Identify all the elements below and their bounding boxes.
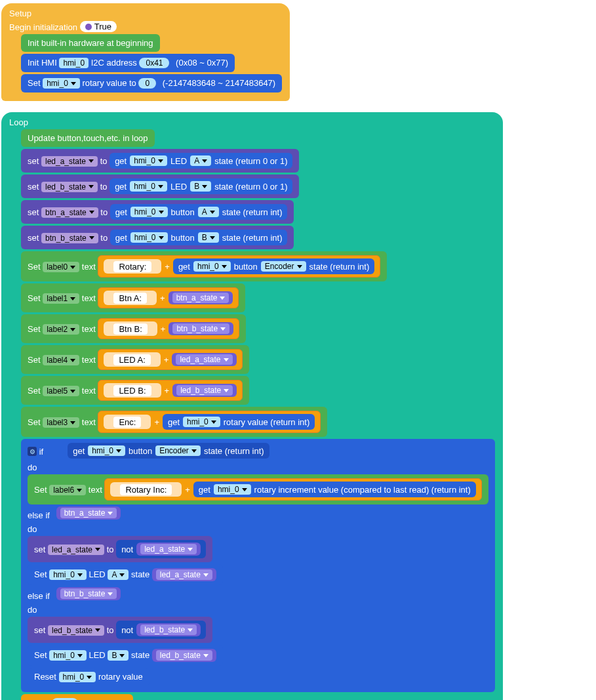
- init-hw-block[interactable]: Init built-in hardware at beginning: [21, 34, 160, 52]
- gear-icon[interactable]: [28, 447, 37, 456]
- set-label-block[interactable]: Set label1 text “Btn A:” + btn_a_state: [21, 283, 245, 312]
- hmi-dropdown[interactable]: hmi_0: [43, 78, 80, 89]
- set-label-block[interactable]: Set label0 text “Rotary:” + get hmi_0 bu…: [21, 251, 387, 281]
- set-label-block[interactable]: Set label3 text “Enc:” + get hmi_0 rotar…: [21, 407, 327, 437]
- hmi-dropdown[interactable]: hmi_0: [59, 58, 89, 68]
- loop-title: Loop: [9, 117, 28, 127]
- sleep-block[interactable]: Sleep 200 milliseconds: [21, 694, 133, 700]
- init-hmi-block[interactable]: Init HMI hmi_0 I2C address 0x41 (0x08 ~ …: [21, 54, 235, 72]
- set-label-block[interactable]: Set label2 text “Btn B:” + btn_b_state: [21, 314, 246, 343]
- string-concat-block[interactable]: “Rotary:” + get hmi_0 button Encoder sta…: [98, 255, 380, 278]
- begin-init-label: Begin initialization: [9, 22, 77, 32]
- addr-field[interactable]: 0x41: [139, 58, 169, 68]
- set-label-block[interactable]: Set label4 text “LED A:” + led_a_state: [21, 345, 249, 374]
- if-block[interactable]: if get hmi_0 button Encoder state (retur…: [21, 439, 495, 692]
- var-dropdown[interactable]: led_a_state: [41, 156, 98, 167]
- set-var-block[interactable]: set led_a_state to get hmi_0 LED A state…: [21, 149, 299, 173]
- reset-rotary-block[interactable]: Reset hmi_0 rotary value: [28, 668, 149, 686]
- update-loop-block[interactable]: Update button,touch,etc. in loop: [21, 129, 155, 147]
- set-label-block[interactable]: Set label5 text “LED B:” + led_b_state: [21, 376, 249, 405]
- set-rotary-block[interactable]: Set hmi_0 rotary value to 0 (-2147483648…: [21, 74, 282, 93]
- set-var-block[interactable]: set btn_a_state to get hmi_0 button A st…: [21, 200, 294, 224]
- setup-title: Setup: [9, 9, 31, 18]
- set-var-block[interactable]: set btn_b_state to get hmi_0 button B st…: [21, 226, 294, 249]
- true-pill[interactable]: True: [80, 21, 117, 32]
- set-label-block[interactable]: Set label6 text “Rotary Inc:” + get hmi_…: [28, 474, 488, 504]
- rotary-val-field[interactable]: 0: [138, 78, 156, 89]
- get-led-state-block[interactable]: get hmi_0 LED A state (return 0 or 1): [109, 153, 292, 169]
- loop-block[interactable]: Loop Update button,touch,etc. in loop se…: [1, 112, 503, 700]
- set-var-block[interactable]: set led_b_state to get hmi_0 LED B state…: [21, 175, 299, 198]
- setup-block[interactable]: Setup Begin initialization True Init bui…: [1, 3, 290, 101]
